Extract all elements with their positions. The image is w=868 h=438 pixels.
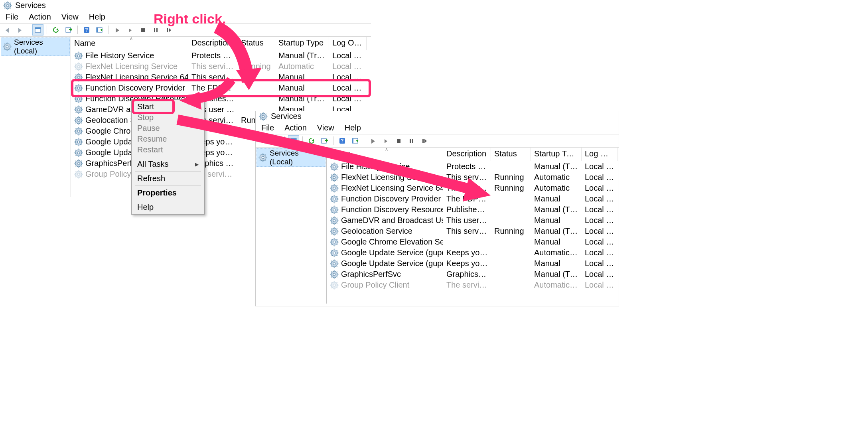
gear-icon	[74, 84, 83, 93]
services-list: Name Description Status Startup Type Log…	[327, 148, 619, 304]
refresh-button[interactable]	[50, 24, 61, 36]
start-service-button[interactable]	[367, 135, 379, 146]
col-name[interactable]: Name	[71, 37, 188, 50]
service-desc: This service ...	[443, 173, 491, 182]
service-status: Running	[491, 173, 531, 182]
action-button[interactable]	[349, 135, 361, 146]
toolbar-sep	[364, 136, 364, 145]
tree-node-services-local[interactable]: Services (Local)	[256, 148, 326, 167]
refresh-button[interactable]	[306, 135, 317, 146]
service-name: Function Discovery Resource Pu...	[341, 205, 443, 214]
col-startup[interactable]: Startup Type	[531, 148, 582, 161]
service-row[interactable]: File History ServiceProtects user...Manu…	[327, 161, 619, 172]
menu-action[interactable]: Action	[284, 123, 307, 132]
gear-icon	[74, 159, 83, 168]
service-logon: Local Service	[329, 83, 367, 93]
menu-help[interactable]: Help	[89, 12, 105, 22]
start-small-button[interactable]	[380, 135, 391, 146]
stop-service-button[interactable]	[393, 135, 404, 146]
pause-service-button[interactable]	[406, 135, 417, 146]
forward-button[interactable]	[270, 135, 281, 146]
service-startup: Automatic	[531, 173, 582, 182]
col-status[interactable]: Status	[491, 148, 531, 161]
toolbar-sep	[302, 136, 303, 145]
service-logon: Local Syste	[582, 248, 617, 257]
gear-icon	[259, 112, 268, 121]
show-hide-tree-button[interactable]	[32, 24, 43, 36]
menu-bar: File Action View Help	[256, 122, 619, 134]
service-logon: Local System	[329, 62, 367, 71]
service-logon: Local Servic	[582, 205, 617, 214]
tree-node-services-local[interactable]: Services (Local)	[1, 37, 70, 56]
service-logon: Local Servic	[582, 194, 617, 203]
ctx-resume[interactable]: Resume	[132, 134, 203, 144]
col-description[interactable]: Description	[443, 148, 491, 161]
service-startup: Manual	[275, 73, 329, 82]
service-row[interactable]: FlexNet Licensing ServiceThis service ..…	[327, 172, 619, 183]
export-button[interactable]	[63, 24, 74, 36]
ctx-restart[interactable]: Restart	[132, 144, 203, 155]
service-row[interactable]: GraphicsPerfSvcGraphics per...Manual (Tr…	[327, 269, 619, 280]
service-row[interactable]: Function Discovery Resource Pu...Publish…	[327, 204, 619, 215]
menu-help[interactable]: Help	[345, 123, 361, 132]
service-status: Running	[491, 183, 531, 193]
service-row[interactable]: Google Update Service (gupdate)Keeps you…	[327, 247, 619, 258]
service-row[interactable]: GameDVR and Broadcast User S...This user…	[327, 215, 619, 226]
ctx-start[interactable]: Start	[132, 101, 203, 112]
col-logon[interactable]: Log On As	[329, 37, 367, 50]
menu-view[interactable]: View	[61, 12, 79, 22]
service-row[interactable]: FlexNet Licensing Service 64This service…	[327, 183, 619, 193]
menu-action[interactable]: Action	[29, 12, 51, 22]
service-row[interactable]: FlexNet Licensing ServiceThis service ..…	[71, 61, 371, 72]
start-service-button[interactable]	[112, 24, 123, 36]
ctx-pause[interactable]: Pause	[132, 123, 203, 134]
ctx-help[interactable]: Help	[132, 202, 203, 213]
col-description[interactable]: Description	[188, 37, 238, 50]
service-row[interactable]: FlexNet Licensing Service 64This service…	[71, 72, 371, 83]
ctx-refresh[interactable]: Refresh	[132, 173, 203, 184]
restart-service-button[interactable]	[418, 135, 430, 146]
ctx-stop[interactable]: Stop	[132, 112, 203, 123]
back-button[interactable]	[2, 24, 13, 36]
back-button[interactable]	[257, 135, 268, 146]
service-row[interactable]: Geolocation ServiceThis service ...Runni…	[327, 226, 619, 237]
col-status[interactable]: Status	[238, 37, 275, 50]
service-row[interactable]: File History ServiceProtects user...Manu…	[71, 50, 371, 61]
service-row[interactable]: Group Policy ClientThe service i...Autom…	[327, 280, 619, 290]
col-startup[interactable]: Startup Type	[275, 37, 329, 50]
show-hide-tree-button[interactable]	[288, 135, 299, 146]
menu-view[interactable]: View	[317, 123, 334, 132]
start-small-button[interactable]	[124, 24, 136, 36]
help-button[interactable]	[81, 24, 92, 36]
service-startup: Manual (Trigg...	[531, 270, 582, 279]
service-logon: Local Syste	[582, 227, 617, 236]
help-button[interactable]	[337, 135, 348, 146]
service-startup: Manual (Trigg...	[531, 162, 582, 171]
col-logon[interactable]: Log On As	[582, 148, 617, 161]
service-startup: Manual	[531, 216, 582, 225]
service-row[interactable]: Google Chrome Elevation ServiceManualLoc…	[327, 237, 619, 247]
service-row[interactable]: Function Discovery Provider HostThe FDPH…	[327, 193, 619, 204]
action-button[interactable]	[94, 24, 105, 36]
services-window-after: Services File Action View Help Services …	[255, 111, 619, 306]
gear-icon	[74, 148, 83, 157]
export-button[interactable]	[319, 135, 330, 146]
col-name[interactable]: Name	[327, 148, 443, 161]
service-desc: The FDPHOS...	[188, 83, 238, 93]
ctx-properties[interactable]: Properties	[132, 187, 203, 198]
service-name: Function Discovery Provider Host	[85, 83, 188, 93]
forward-button[interactable]	[14, 24, 26, 36]
service-row[interactable]: Function Discovery Provider HostThe FDPH…	[71, 83, 371, 93]
menu-file[interactable]: File	[6, 12, 18, 22]
menu-file[interactable]: File	[261, 123, 274, 132]
ctx-all-tasks[interactable]: All Tasks▶	[132, 159, 203, 170]
gear-icon	[330, 184, 339, 193]
tree-pane: Services (Local)	[0, 37, 71, 197]
gear-icon	[74, 116, 83, 125]
service-row[interactable]: Google Update Service (gupdate...Keeps y…	[327, 258, 619, 269]
service-logon: Local Service	[329, 94, 367, 103]
context-menu: Start Stop Pause Resume Restart All Task…	[131, 99, 205, 215]
service-row[interactable]: Function Discovery Resource Pu...Publish…	[71, 93, 371, 104]
service-startup: Manual (Trigg...	[275, 51, 329, 60]
stop-service-button[interactable]	[137, 24, 148, 36]
